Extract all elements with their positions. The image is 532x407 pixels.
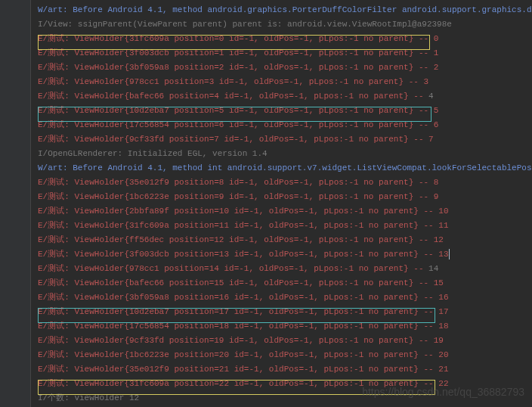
log-line[interactable]: E/测试: ViewHolder{9cf33fd position=7 id=-… [38, 132, 532, 147]
log-line[interactable]: W/art: Before Android 4.1, method androi… [38, 3, 532, 17]
log-text: E/测试: ViewHolder{17c56854 position=18 id… [38, 322, 449, 331]
log-line[interactable]: E/测试: ViewHolder{3f003dcb position=1 id=… [38, 46, 532, 61]
log-text: E/测试: ViewHolder{3f003dcb position=13 id… [38, 250, 449, 259]
log-text: E/测试: ViewHolder{1bc6223e position=20 id… [38, 350, 449, 359]
log-line[interactable]: E/测试: ViewHolder{bafec66 position=4 id=-… [38, 89, 532, 104]
log-trail: 14 [428, 264, 438, 273]
log-text: E/测试: ViewHolder{31fc609a position=0 id=… [38, 34, 438, 43]
log-text: E/测试: ViewHolder{bafec66 position=4 id=-… [38, 92, 428, 101]
log-text: W/art: Before Android 4.1, method int an… [38, 163, 532, 172]
log-text: E/测试: ViewHolder{ff56dec position=12 id=… [38, 235, 444, 244]
log-text: E/测试: ViewHolder{9cf33fd position=7 id=-… [38, 135, 434, 144]
log-text: E/测试: ViewHolder{35e012f9 position=21 id… [38, 365, 449, 374]
log-text: E/测试: ViewHolder{10d2eba7 position=17 id… [38, 307, 449, 316]
log-trail: 4 [428, 92, 434, 101]
log-line[interactable]: E/测试: ViewHolder{35e012f9 position=8 id=… [38, 176, 532, 190]
text-cursor [449, 249, 450, 259]
log-line[interactable]: E/测试: ViewHolder{3f003dcb position=13 id… [38, 247, 532, 262]
log-text: E/测试: ViewHolder{978cc1 position=3 id=-1… [38, 77, 428, 86]
log-text: E/测试: ViewHolder{35e012f9 position=8 id=… [38, 178, 438, 187]
log-line[interactable]: E/测试: ViewHolder{2bbfa89f position=10 id… [38, 204, 532, 219]
log-text: I/View: ssignParent(ViewParent parent) p… [38, 20, 452, 29]
log-line[interactable]: E/测试: ViewHolder{1bc6223e position=9 id=… [38, 190, 532, 204]
log-text: I/OpenGLRenderer: Initialized EGL, versi… [38, 149, 268, 158]
log-line[interactable]: I/View: ssignParent(ViewParent parent) p… [38, 17, 532, 32]
log-line[interactable]: E/测试: ViewHolder{35e012f9 position=21 id… [38, 362, 532, 377]
log-text: E/测试: ViewHolder{bafec66 position=15 id=… [38, 278, 444, 287]
log-text: E/测试: ViewHolder{9cf33fd position=19 id=… [38, 336, 444, 345]
log-text: E/测试: ViewHolder{1bc6223e position=9 id=… [38, 192, 438, 201]
log-line[interactable]: E/测试: ViewHolder{bafec66 position=15 id=… [38, 276, 532, 290]
log-text: E/测试: ViewHolder{978cc1 position=14 id=-… [38, 264, 428, 273]
log-text: E/测试: ViewHolder{3f003dcb position=1 id=… [38, 48, 438, 57]
gutter [0, 0, 31, 407]
log-text: E/测试: ViewHolder{3bf059a8 position=16 id… [38, 293, 449, 302]
log-line[interactable]: E/测试: ViewHolder{9cf33fd position=19 id=… [38, 334, 532, 348]
log-text: I/个数: viewHolder 12 [38, 393, 139, 402]
log-line[interactable]: E/测试: ViewHolder{978cc1 position=14 id=-… [38, 262, 532, 276]
log-line[interactable]: W/art: Before Android 4.1, method int an… [38, 161, 532, 176]
log-line[interactable]: E/测试: ViewHolder{10d2eba7 position=5 id=… [38, 104, 532, 118]
log-text: E/测试: ViewHolder{17c56854 position=6 id=… [38, 120, 438, 129]
log-line[interactable]: E/测试: ViewHolder{1bc6223e position=20 id… [38, 348, 532, 362]
log-line[interactable]: E/测试: ViewHolder{3bf059a8 position=2 id=… [38, 61, 532, 75]
log-line[interactable]: E/测试: ViewHolder{17c56854 position=6 id=… [38, 118, 532, 132]
log-line[interactable]: E/测试: ViewHolder{31fc609a position=11 id… [38, 219, 532, 233]
log-line[interactable]: E/测试: ViewHolder{ff56dec position=12 id=… [38, 233, 532, 247]
log-text: W/art: Before Android 4.1, method androi… [38, 5, 532, 14]
log-output[interactable]: W/art: Before Android 4.1, method androi… [38, 3, 532, 405]
log-line[interactable]: E/测试: ViewHolder{31fc609a position=0 id=… [38, 32, 532, 46]
log-text: E/测试: ViewHolder{31fc609a position=11 id… [38, 221, 449, 230]
log-line[interactable]: I/OpenGLRenderer: Initialized EGL, versi… [38, 147, 532, 161]
log-text: E/测试: ViewHolder{3bf059a8 position=2 id=… [38, 63, 438, 72]
log-text: E/测试: ViewHolder{2bbfa89f position=10 id… [38, 207, 449, 216]
log-line[interactable]: E/测试: ViewHolder{10d2eba7 position=17 id… [38, 305, 532, 319]
log-line[interactable]: E/测试: ViewHolder{17c56854 position=18 id… [38, 319, 532, 334]
watermark: https://blog.csdn.net/qq_36882793 [362, 386, 524, 398]
log-line[interactable]: E/测试: ViewHolder{978cc1 position=3 id=-1… [38, 75, 532, 89]
log-line[interactable]: E/测试: ViewHolder{3bf059a8 position=16 id… [38, 290, 532, 305]
log-text: E/测试: ViewHolder{10d2eba7 position=5 id=… [38, 106, 438, 115]
